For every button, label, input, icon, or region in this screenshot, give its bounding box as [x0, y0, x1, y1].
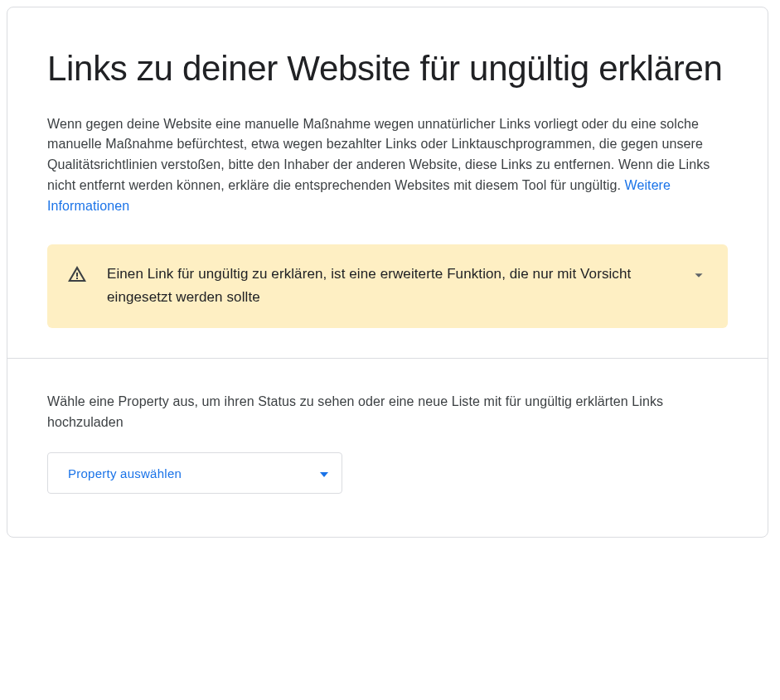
property-instruction: Wähle eine Property aus, um ihren Status… [47, 392, 728, 433]
warning-panel[interactable]: Einen Link für ungültig zu erklären, ist… [47, 244, 728, 327]
card-top-section: Links zu deiner Website für ungültig erk… [7, 7, 768, 358]
caret-down-icon [320, 467, 328, 480]
disavow-links-card: Links zu deiner Website für ungültig erk… [7, 7, 768, 538]
description-text: Wenn gegen deine Website eine manuelle M… [47, 117, 710, 192]
card-bottom-section: Wähle eine Property aus, um ihren Status… [7, 359, 768, 538]
property-select-label: Property auswählen [68, 466, 182, 480]
page-description: Wenn gegen deine Website eine manuelle M… [47, 114, 728, 217]
warning-icon [67, 263, 87, 287]
page-title: Links zu deiner Website für ungültig erk… [47, 47, 728, 91]
property-select-button[interactable]: Property auswählen [47, 452, 342, 494]
warning-text: Einen Link für ungültig zu erklären, ist… [107, 263, 665, 307]
chevron-down-icon [685, 263, 708, 287]
